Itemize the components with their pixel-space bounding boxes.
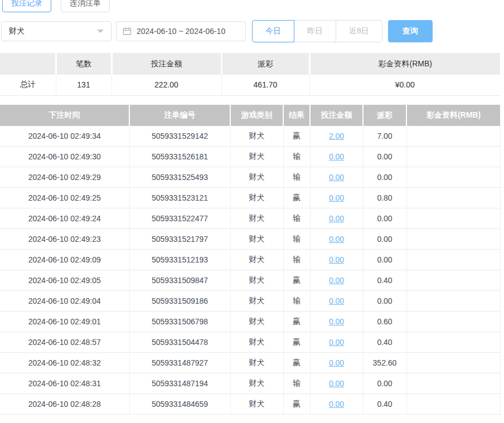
game-type-cell: 财犬 <box>230 229 283 250</box>
result-cell: 赢 <box>283 126 310 147</box>
payout-cell: 0.00 <box>363 250 406 270</box>
result-cell: 输 <box>283 147 310 167</box>
column-header: 派彩 <box>363 105 406 126</box>
records-table-head-row: 下注时间注单编号游戏类别结果投注金额派彩彩金资料(RMB) <box>0 105 500 126</box>
table-row: 2024-06-10 02:49:295059331525493财犬输0.000… <box>0 167 500 188</box>
last-8-days-button[interactable]: 近8日 <box>336 20 382 42</box>
bet-amount-link[interactable]: 0.00 <box>329 152 344 161</box>
bonus-cell <box>406 167 500 188</box>
chevron-down-icon <box>97 30 104 33</box>
bet-time-cell: 2024-06-10 02:48:32 <box>0 353 129 373</box>
bet-time-cell: 2024-06-10 02:48:57 <box>0 332 129 353</box>
today-button[interactable]: 今日 <box>252 20 294 42</box>
bet-amount-link[interactable]: 0.00 <box>329 400 344 409</box>
bet-amount-link[interactable]: 0.00 <box>329 338 344 347</box>
result-cell: 输 <box>283 250 310 270</box>
bonus-cell <box>406 188 500 208</box>
payout-cell: 0.40 <box>363 332 406 353</box>
table-row: 2024-06-10 02:49:045059331509186财犬输0.000… <box>0 291 500 312</box>
game-type-cell: 财犬 <box>230 126 283 147</box>
bet-amount-link[interactable]: 2.00 <box>329 132 344 140</box>
bet-amount-cell: 0.00 <box>310 147 363 167</box>
game-select-value: 财犬 <box>9 26 25 36</box>
summary-header-count: 笔数 <box>56 53 112 75</box>
table-row: 2024-06-10 02:48:325059331487927财犬赢0.003… <box>0 353 500 373</box>
bet-amount-cell: 0.00 <box>310 353 363 373</box>
bet-amount-cell: 0.00 <box>310 394 363 415</box>
payout-cell: 0.00 <box>363 229 406 250</box>
summary-header-row: 笔数 投注金额 派彩 彩金资料(RMB) <box>0 53 500 75</box>
bet-amount-cell: 0.00 <box>310 167 363 188</box>
order-id-cell: 5059331521797 <box>129 229 230 250</box>
table-row: 2024-06-10 02:49:055059331509847财犬赢0.000… <box>0 270 500 291</box>
result-cell: 赢 <box>283 188 310 208</box>
table-row: 2024-06-10 02:49:255059331523121财犬赢0.000… <box>0 188 500 208</box>
game-select[interactable]: 财犬 <box>1 21 112 41</box>
order-id-cell: 5059331512193 <box>129 250 230 270</box>
order-id-cell: 5059331523121 <box>129 188 230 208</box>
bet-amount-link[interactable]: 0.00 <box>329 358 344 367</box>
bet-time-cell: 2024-06-10 02:48:31 <box>0 373 129 394</box>
bet-amount-link[interactable]: 0.00 <box>329 255 344 264</box>
summary-header-empty <box>0 53 56 75</box>
payout-cell: 0.00 <box>363 167 406 188</box>
summary-header-payout: 派彩 <box>221 53 309 75</box>
bet-time-cell: 2024-06-10 02:49:23 <box>0 229 129 250</box>
column-header: 游戏类别 <box>230 105 283 126</box>
summary-header-bet-amount: 投注金额 <box>112 53 221 75</box>
summary-total-bet-amount: 222.00 <box>112 75 221 95</box>
bet-amount-cell: 0.00 <box>310 250 363 270</box>
bonus-cell <box>406 270 500 291</box>
table-row: 2024-06-10 02:49:345059331529142财犬赢2.007… <box>0 126 500 147</box>
bet-amount-cell: 0.00 <box>310 229 363 250</box>
payout-cell: 0.00 <box>363 373 406 394</box>
bonus-cell <box>406 332 500 353</box>
order-id-cell: 5059331509847 <box>129 270 230 291</box>
table-row: 2024-06-10 02:48:575059331504478财犬赢0.000… <box>0 332 500 353</box>
tab-cancelled-orders[interactable]: 连消注单 <box>61 0 110 12</box>
bet-amount-link[interactable]: 0.00 <box>329 317 344 326</box>
tab-bet-records[interactable]: 投注记录 <box>2 0 51 12</box>
payout-cell: 0.80 <box>363 188 406 208</box>
game-type-cell: 财犬 <box>230 188 283 208</box>
result-cell: 输 <box>283 208 310 229</box>
bet-amount-link[interactable]: 0.00 <box>329 235 344 244</box>
summary-total-count: 131 <box>56 75 112 95</box>
bet-amount-link[interactable]: 0.00 <box>329 214 344 223</box>
bet-amount-link[interactable]: 0.00 <box>329 379 344 388</box>
bet-amount-cell: 0.00 <box>310 208 363 229</box>
order-id-cell: 5059331506798 <box>129 312 230 332</box>
bonus-cell <box>406 208 500 229</box>
bonus-cell <box>406 229 500 250</box>
payout-cell: 0.00 <box>363 291 406 312</box>
bet-time-cell: 2024-06-10 02:49:29 <box>0 167 129 188</box>
records-table-body: 2024-06-10 02:49:345059331529142财犬赢2.007… <box>0 126 500 415</box>
summary-total-row: 总计 131 222.00 461.70 ¥0.00 <box>0 75 500 95</box>
result-cell: 输 <box>283 291 310 312</box>
bet-amount-link[interactable]: 0.00 <box>329 276 344 285</box>
yesterday-button[interactable]: 昨日 <box>294 20 336 42</box>
bet-amount-link[interactable]: 0.00 <box>329 296 344 305</box>
bet-amount-cell: 0.00 <box>310 270 363 291</box>
bet-amount-cell: 0.00 <box>310 332 363 353</box>
payout-cell: 0.00 <box>363 208 406 229</box>
bet-time-cell: 2024-06-10 02:49:04 <box>0 291 129 312</box>
bonus-cell <box>406 353 500 373</box>
game-type-cell: 财犬 <box>230 270 283 291</box>
date-range-picker[interactable]: 2024-06-10 ~ 2024-06-10 <box>116 21 246 41</box>
payout-cell: 0.60 <box>363 312 406 332</box>
result-cell: 赢 <box>283 353 310 373</box>
bet-time-cell: 2024-06-10 02:49:30 <box>0 147 129 167</box>
column-header: 彩金资料(RMB) <box>406 105 500 126</box>
bet-amount-link[interactable]: 0.00 <box>329 193 344 202</box>
order-id-cell: 5059331484659 <box>129 394 230 415</box>
bet-amount-cell: 0.00 <box>310 312 363 332</box>
calendar-icon <box>123 27 132 36</box>
payout-cell: 352.60 <box>363 353 406 373</box>
query-button[interactable]: 查询 <box>388 20 433 42</box>
table-row: 2024-06-10 02:49:095059331512193财犬输0.000… <box>0 250 500 270</box>
bet-amount-link[interactable]: 0.00 <box>329 173 344 182</box>
game-type-cell: 财犬 <box>230 373 283 394</box>
game-type-cell: 财犬 <box>230 353 283 373</box>
order-id-cell: 5059331526181 <box>129 147 230 167</box>
